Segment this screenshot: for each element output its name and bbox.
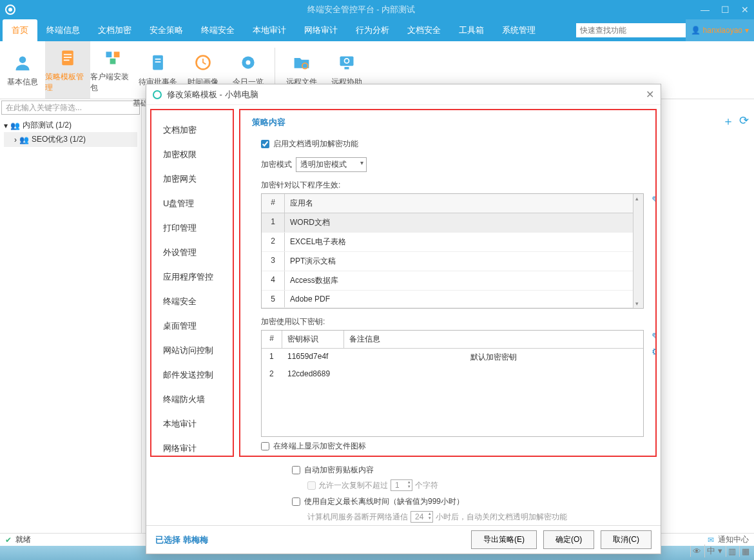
enable-encrypt-checkbox[interactable] — [261, 140, 269, 148]
side-encrypt-gateway[interactable]: 加密网关 — [151, 167, 233, 191]
table-row[interactable]: 4Access数据库 — [262, 271, 633, 291]
svg-rect-15 — [340, 56, 354, 66]
side-mail-control[interactable]: 邮件发送控制 — [151, 363, 233, 387]
minimize-icon[interactable]: — — [701, 5, 710, 15]
tab-terminal-info[interactable]: 终端信息 — [37, 19, 89, 41]
tab-toolbox[interactable]: 工具箱 — [450, 19, 493, 41]
enable-encrypt-label: 启用文档透明加解密功能 — [273, 139, 358, 150]
tree-root[interactable]: ▾ 👥 内部测试 (1/2) — [4, 119, 137, 132]
side-doc-encrypt[interactable]: 文档加密 — [151, 118, 233, 142]
side-firewall[interactable]: 终端防火墙 — [151, 387, 233, 412]
maximize-icon[interactable]: ☐ — [721, 5, 730, 15]
btn-client-installer[interactable]: 客户端安装包 — [90, 41, 135, 99]
table-row[interactable]: 3PPT演示文稿 — [262, 252, 633, 271]
copy-limit-value[interactable]: 1 — [391, 479, 412, 491]
side-encrypt-perm[interactable]: 加密权限 — [151, 142, 233, 167]
tab-local-audit[interactable]: 本地审计 — [244, 19, 295, 41]
auto-clip-checkbox[interactable] — [292, 466, 300, 474]
expand-icon[interactable]: › — [14, 135, 17, 144]
side-terminal-security[interactable]: 终端安全 — [151, 289, 233, 314]
side-network-audit[interactable]: 网络审计 — [151, 436, 233, 461]
group-icon: 👥 — [10, 121, 20, 130]
apps-label: 加密针对以下程序生效: — [261, 180, 644, 191]
tab-behavior[interactable]: 行为分析 — [347, 19, 398, 41]
apps-scrollbar[interactable] — [633, 194, 643, 308]
eye-icon — [238, 52, 258, 73]
auto-clip-label: 自动加密剪贴板内容 — [304, 465, 374, 476]
chevron-down-icon: ▾ — [745, 26, 749, 35]
notify-label[interactable]: 通知中心 — [718, 534, 749, 545]
tab-sys-manage[interactable]: 系统管理 — [493, 19, 545, 41]
side-peripheral-manage[interactable]: 外设管理 — [151, 240, 233, 265]
side-print-manage[interactable]: 打印管理 — [151, 216, 233, 240]
side-web-access[interactable]: 网站访问控制 — [151, 338, 233, 363]
tab-doc-security[interactable]: 文档安全 — [398, 19, 450, 41]
dialog-close-icon[interactable]: ✕ — [646, 88, 654, 101]
package-icon — [102, 47, 123, 68]
keys-edit-icon[interactable]: ✎ — [652, 331, 657, 343]
zh-icon[interactable]: 中 ▾ — [704, 545, 724, 557]
side-local-audit[interactable]: 本地审计 — [151, 412, 233, 436]
key-row[interactable]: 2 12cded8689 — [262, 366, 643, 381]
copy-limit-suffix: 个字符 — [415, 480, 438, 491]
keys-gear-icon[interactable]: ⚙ — [652, 346, 657, 358]
offline-checkbox[interactable] — [292, 497, 300, 506]
dialog-footer: 已选择 韩梅梅 导出策略(E) 确定(O) 取消(C) — [146, 525, 661, 554]
document-icon — [148, 52, 168, 73]
ok-button[interactable]: 确定(O) — [543, 530, 594, 549]
status-text: 就绪 — [15, 534, 31, 545]
folder-icon — [291, 52, 312, 73]
offline2-value[interactable]: 24 — [411, 511, 433, 523]
tab-network-audit[interactable]: 网络审计 — [295, 19, 347, 41]
grid-icon[interactable]: ▦ — [739, 546, 751, 557]
export-policy-button[interactable]: 导出策略(E) — [471, 530, 537, 549]
side-usb-manage[interactable]: U盘管理 — [151, 191, 233, 216]
close-icon[interactable]: ✕ — [741, 5, 749, 15]
dialog-content: 策略内容 启用文档透明加解密功能 加密模式 透明加密模式 加密针对以下程序生效:… — [239, 109, 657, 457]
view-icon[interactable]: 👁 — [690, 546, 703, 557]
window-title: 终端安全管控平台 - 内部测试 — [22, 4, 701, 15]
svg-rect-9 — [155, 59, 161, 60]
keys-table: ✎ ⚙ # 密钥标识 备注信息 1 11659d7e4f 默认加密密钥 2 12… — [261, 330, 644, 437]
svg-rect-4 — [64, 59, 70, 61]
offline2-suffix: 小时后，自动关闭文档透明加解密功能 — [436, 512, 567, 523]
offline2-prefix: 计算机同服务器断开网络通信 — [307, 512, 408, 523]
tab-security-policy[interactable]: 安全策略 — [140, 19, 192, 41]
mail-icon[interactable]: ✉ — [708, 536, 714, 545]
status-ok-icon: ✔ — [5, 536, 12, 545]
mode-select[interactable]: 透明加密模式 — [296, 157, 367, 172]
keys-label: 加密使用以下密钥: — [261, 316, 644, 327]
mode-label: 加密模式 — [261, 159, 292, 170]
tab-doc-encrypt[interactable]: 文档加密 — [89, 19, 140, 41]
cancel-button[interactable]: 取消(C) — [601, 530, 652, 549]
side-desktop-manage[interactable]: 桌面管理 — [151, 314, 233, 338]
apps-edit-icon[interactable]: ✎ — [652, 194, 657, 206]
btn-basic-info[interactable]: 基本信息 — [0, 41, 45, 99]
side-app-control[interactable]: 应用程序管控 — [151, 265, 233, 289]
tree-child[interactable]: › 👥 SEO优化3 (1/2) — [4, 132, 137, 147]
btn-policy-template[interactable]: 策略模板管理 — [45, 41, 90, 99]
table-row[interactable]: 1WORD文档 — [262, 213, 633, 233]
titlebar: 终端安全管控平台 - 内部测试 — ☐ ✕ — [0, 0, 754, 19]
search-input[interactable] — [576, 23, 686, 37]
selected-label: 已选择 韩梅梅 — [155, 534, 208, 546]
show-icon-label: 在终端上显示加密文件图标 — [273, 441, 366, 452]
svg-rect-6 — [114, 52, 120, 57]
dialog-icon — [153, 90, 162, 99]
expand-icon[interactable]: ▾ — [4, 121, 8, 130]
table-row[interactable]: 5Adobe PDF — [262, 291, 633, 308]
key-row[interactable]: 1 11659d7e4f 默认加密密钥 — [262, 349, 643, 366]
user-menu[interactable]: 👤 hanxiaoyao ▾ — [686, 19, 754, 41]
table-row[interactable]: 2EXCEL电子表格 — [262, 233, 633, 252]
app-icon — [5, 5, 15, 15]
add-icon[interactable]: ＋ — [722, 113, 734, 129]
show-icon-checkbox[interactable] — [261, 442, 269, 450]
svg-point-0 — [19, 56, 26, 63]
refresh-icon[interactable]: ⟳ — [739, 113, 749, 129]
tab-terminal-security[interactable]: 终端安全 — [192, 19, 244, 41]
clock-icon — [193, 52, 213, 73]
apps-table: ✎ # 应用名 1WORD文档 2EXCEL电子表格 3PPT演示文稿 4Acc… — [261, 193, 644, 309]
tree-filter-input[interactable]: 在此输入关键字筛选... — [1, 101, 140, 115]
layout-icon[interactable]: ▥ — [726, 546, 738, 557]
tab-home[interactable]: 首页 — [3, 19, 37, 41]
